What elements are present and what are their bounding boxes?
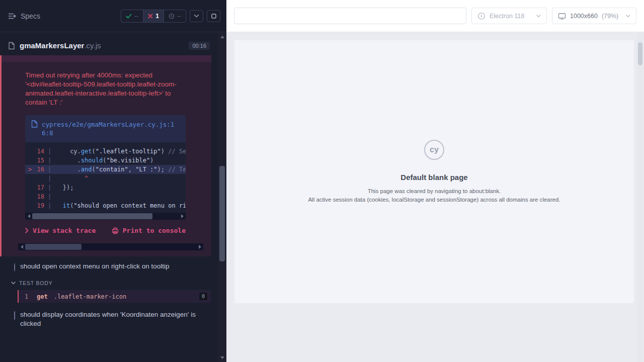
hscroll-track[interactable] <box>32 213 179 220</box>
cypress-app: Specs -- 1 <box>0 0 644 362</box>
cypress-logo: cy <box>424 140 444 160</box>
scroll-left-arrow[interactable] <box>18 243 25 250</box>
stat-passed: -- <box>121 10 143 22</box>
clock-icon <box>169 13 175 19</box>
code-line: 15| .should("be.visible") <box>25 156 186 165</box>
blank-page: cy Default blank page This page was clea… <box>234 40 634 303</box>
print-console-label: Print to console <box>123 227 186 234</box>
test-item-queued[interactable]: should display coordinates when 'Koordin… <box>0 305 218 333</box>
stat-failed: 1 <box>143 10 164 22</box>
specs-menu-icon <box>8 13 16 20</box>
code-frame-hscrollbar[interactable] <box>25 213 186 220</box>
scroll-right-arrow[interactable] <box>196 243 203 250</box>
file-path: cypress/e2e/gmaMarkersLayer.cy.js:16:8 <box>42 120 175 137</box>
reporter-sidebar: Specs -- 1 <box>0 0 226 362</box>
blank-page-line2: All active session data (cookies, localS… <box>308 196 560 204</box>
stop-run-button[interactable] <box>207 10 220 22</box>
failed-count: 1 <box>155 13 159 20</box>
test-stats: -- 1 -- <box>121 10 186 23</box>
url-input[interactable] <box>234 8 466 24</box>
vscroll-thumb[interactable] <box>638 42 642 65</box>
attempt-hscrollbar[interactable] <box>18 243 203 250</box>
runner-header: Electron 118 1000x660 (79%) <box>226 0 644 32</box>
file-icon <box>31 120 38 128</box>
main-vscrollbar[interactable] <box>637 32 643 362</box>
command-log-entry[interactable]: 1 get .leaflet-marker-icon 0 <box>18 290 211 303</box>
passed-count: -- <box>134 13 138 20</box>
scroll-left-arrow[interactable] <box>25 213 32 220</box>
chevron-right-icon <box>25 228 29 233</box>
browser-label: Electron 118 <box>490 13 524 20</box>
code-line: 19| it("should open context menu on righ <box>25 201 186 210</box>
electron-icon <box>477 12 486 20</box>
pending-count: -- <box>177 13 181 20</box>
reporter-header: Specs -- 1 <box>0 0 226 32</box>
browser-select[interactable]: Electron 118 <box>471 8 547 24</box>
blank-page-title: Default blank page <box>400 173 467 182</box>
attempt-header-strip <box>2 55 211 62</box>
test-body-toggle[interactable]: TEST BODY <box>0 277 218 290</box>
specs-menu-button[interactable]: Specs <box>8 12 40 20</box>
command-number: 1 <box>25 293 37 300</box>
command-method: get <box>37 293 48 300</box>
runner-main: Electron 118 1000x660 (79%) cy Default b… <box>226 0 644 362</box>
hscroll-track[interactable] <box>25 243 196 250</box>
error-message: Timed out retrying after 4000ms: expecte… <box>2 62 211 115</box>
viewport-size: 1000x660 <box>570 13 598 20</box>
chevron-down-icon <box>536 15 541 18</box>
viewport-select[interactable]: 1000x660 (79%) <box>552 8 636 24</box>
hscroll-thumb[interactable] <box>32 213 152 219</box>
code-line: 18| <box>25 192 186 201</box>
failed-test-attempt: Timed out retrying after 4000ms: expecte… <box>0 55 211 256</box>
spec-file-icon <box>8 42 15 50</box>
check-icon <box>126 14 132 19</box>
scroll-down-arrow[interactable] <box>218 354 226 361</box>
collapse-tests-button[interactable] <box>190 10 203 22</box>
code-line: 17| }); <box>25 183 186 192</box>
error-code-frame: cypress/e2e/gmaMarkersLayer.cy.js:16:8 1… <box>25 115 186 220</box>
code-line: 14| cy.get(".leaflet-tooltip") // Sele <box>25 147 186 156</box>
spec-header: gmaMarkersLayer.cy.js 00:16 <box>0 36 218 55</box>
test-item-running[interactable]: should open context menu on right-click … <box>0 256 218 277</box>
x-icon <box>148 14 153 19</box>
running-test-icon <box>14 263 15 272</box>
scroll-up-arrow[interactable] <box>218 33 226 40</box>
aut-iframe: cy Default blank page This page was clea… <box>234 40 634 303</box>
test-body-label: TEST BODY <box>19 280 53 286</box>
queued-test-icon <box>14 311 15 320</box>
spec-extension: .cy.js <box>84 41 101 50</box>
spec-duration-badge: 00:16 <box>189 42 210 50</box>
specs-label: Specs <box>21 12 40 20</box>
command-message: .leaflet-marker-icon <box>54 293 199 300</box>
reporter-controls: -- 1 -- <box>121 10 220 23</box>
viewport-icon <box>558 13 566 20</box>
command-count-badge: 0 <box>199 293 207 300</box>
reporter-vscrollbar[interactable] <box>218 32 226 362</box>
error-actions: View stack trace Print to console <box>25 227 186 234</box>
code-frame-file-link[interactable]: cypress/e2e/gmaMarkersLayer.cy.js:16:8 <box>25 115 186 142</box>
printer-icon <box>112 227 119 234</box>
vscroll-thumb[interactable] <box>219 166 225 261</box>
stat-pending: -- <box>164 10 186 22</box>
chevron-down-icon <box>11 282 16 285</box>
stop-icon <box>211 14 216 19</box>
chevron-down-icon <box>194 14 199 18</box>
view-stack-trace-link[interactable]: View stack trace <box>25 227 96 234</box>
scroll-right-arrow[interactable] <box>179 213 186 220</box>
spec-name: gmaMarkersLayer.cy.js <box>20 41 101 50</box>
test-title: should open context menu on right-click … <box>20 262 169 271</box>
print-to-console-button[interactable]: Print to console <box>112 227 186 234</box>
code-lines: 14| cy.get(".leaflet-tooltip") // Sele 1… <box>25 142 186 213</box>
hscroll-thumb[interactable] <box>25 244 82 250</box>
chevron-down-icon <box>626 15 630 18</box>
blank-page-line1: This page was cleared by navigating to a… <box>368 187 501 196</box>
code-line: | ^ <box>25 174 186 183</box>
stack-trace-label: View stack trace <box>33 227 96 234</box>
reporter-scroll-area: Timed out retrying after 4000ms: expecte… <box>0 55 218 362</box>
viewport-scale: (79%) <box>602 13 618 20</box>
test-title: should display coordinates when 'Koordin… <box>20 310 196 328</box>
code-line: >16| .and("contain", "LT :"); // Test <box>25 165 186 174</box>
